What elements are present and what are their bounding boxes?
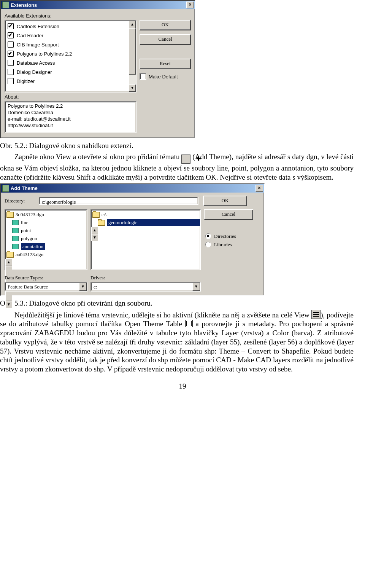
file-icon (12, 236, 19, 241)
folder-icon (92, 212, 100, 218)
dialog-title: Extensions (11, 2, 186, 8)
scroll-down-icon[interactable]: ▼ (91, 234, 98, 241)
list-item: aa043123.dgn (16, 252, 43, 258)
list-item: geomorfologie (107, 219, 200, 226)
figure-caption: Obr. 5.3.: Dialogové okno při otevírání … (0, 299, 365, 308)
body-paragraph: Nejdůležitější je liniové téma vrstevnic… (0, 310, 365, 374)
scroll-down-icon[interactable]: ▼ (5, 301, 12, 308)
folder-icon (6, 212, 14, 218)
about-text: Polygons to Polylines 2.2 Domenico Ciava… (5, 101, 136, 133)
list-item: 3d043123.dgn (16, 212, 44, 218)
close-icon[interactable]: × (186, 2, 194, 8)
scrollbar[interactable]: ▲ ▼ (91, 227, 98, 241)
extensions-dialog: Extensions × Available Extensions: Cadto… (0, 0, 195, 139)
data-source-combo[interactable]: Feature Data Source ▼ (5, 282, 87, 292)
folder-icon (98, 220, 105, 226)
app-icon (2, 2, 9, 8)
list-item: Database Access (17, 60, 55, 66)
app-icon (2, 185, 9, 192)
dialog-title: Add Theme (11, 185, 256, 191)
checkbox-icon[interactable] (8, 60, 14, 66)
list-item: Digitizer (17, 78, 35, 84)
folder-icon (6, 252, 14, 258)
drives-label: Drives: (90, 275, 201, 281)
list-item: line (21, 220, 29, 226)
list-item: annotation (21, 243, 45, 250)
file-icon (12, 220, 19, 225)
zoom-full-icon (311, 310, 321, 319)
libraries-radio[interactable] (205, 242, 211, 247)
file-icon (12, 228, 19, 233)
dir-list[interactable]: c:\ geomorfologie ▲ ▼ (90, 209, 201, 270)
scroll-down-icon[interactable]: ▼ (129, 84, 136, 92)
title-bar: Add Theme × (1, 184, 264, 193)
reset-button[interactable]: Reset (140, 59, 191, 69)
checkbox-icon[interactable] (8, 78, 14, 84)
directory-field[interactable]: c:\geomorfologie (39, 197, 198, 205)
checkbox-icon[interactable] (8, 32, 14, 38)
ok-button[interactable]: OK (140, 20, 191, 30)
dst-label: Data Source Types: (5, 275, 87, 281)
checkbox-icon[interactable] (8, 41, 14, 48)
list-item: point (21, 228, 31, 234)
checkbox-icon[interactable] (8, 69, 14, 75)
checkbox-icon[interactable] (8, 51, 14, 57)
available-ext-label: Available Extensions: (5, 13, 136, 19)
scrollbar[interactable]: ▲ ▼ (129, 21, 136, 92)
file-list[interactable]: 3d043123.dgn line point polygon annotati… (5, 209, 87, 270)
list-item: Cadtools Extension (17, 24, 59, 29)
cancel-button[interactable]: Cancel (140, 34, 191, 45)
add-theme-icon: ✚ (181, 155, 190, 164)
scroll-thumb[interactable] (129, 28, 136, 75)
scroll-up-icon[interactable]: ▲ (91, 227, 98, 234)
ok-button[interactable]: OK (203, 196, 247, 206)
list-item: Cad Reader (17, 33, 43, 38)
chevron-down-icon[interactable]: ▼ (192, 283, 200, 291)
close-icon[interactable]: × (256, 185, 263, 192)
list-item: Dialog Designer (17, 69, 52, 75)
directories-radio[interactable] (205, 233, 211, 239)
list-item: Polygons to Polylines 2.2 (17, 51, 72, 57)
cancel-button[interactable]: Cancel (204, 209, 253, 220)
chevron-down-icon[interactable]: ▼ (79, 283, 87, 291)
make-default-checkbox[interactable] (140, 73, 146, 80)
drives-combo[interactable]: c: ▼ (90, 282, 201, 292)
radio-label: Directories (214, 233, 236, 239)
checkbox-icon[interactable] (8, 23, 14, 29)
file-icon (12, 244, 19, 249)
radio-label: Libraries (214, 242, 232, 248)
extensions-list[interactable]: Cadtools Extension Cad Reader CIB Image … (5, 20, 136, 92)
scroll-up-icon[interactable]: ▲ (5, 259, 12, 266)
body-paragraph: Zapněte okno View a otevřete si okno pro… (0, 152, 365, 182)
list-item: CIB Image Support (17, 42, 59, 48)
make-default-label: Make Default (149, 74, 178, 80)
scroll-up-icon[interactable]: ▲ (129, 21, 136, 28)
list-item: polygon (21, 236, 37, 242)
page-number: 19 (0, 382, 365, 390)
table-icon (185, 320, 193, 327)
about-label: About: (5, 94, 136, 100)
figure-caption: Obr. 5.2.: Dialogové okno s nabídkou ext… (0, 142, 365, 150)
list-item: c:\ (102, 212, 106, 218)
directory-label: Directory: (5, 198, 39, 204)
title-bar: Extensions × (1, 1, 195, 9)
add-theme-dialog: Add Theme × Directory: c:\geomorfologie … (0, 183, 265, 296)
